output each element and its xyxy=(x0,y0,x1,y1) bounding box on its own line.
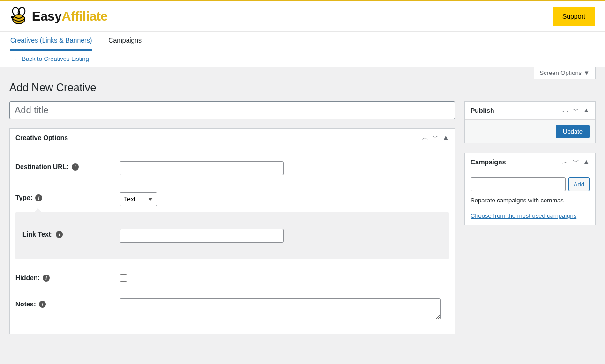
info-icon[interactable]: i xyxy=(43,275,50,282)
toggle-icon[interactable]: ▲ xyxy=(583,158,590,166)
campaigns-heading: Campaigns xyxy=(471,158,506,166)
choose-campaigns-link[interactable]: Choose from the most used campaigns xyxy=(471,212,576,219)
link-text-label: Link Text: i xyxy=(22,229,120,238)
tab-campaigns[interactable]: Campaigns xyxy=(108,32,142,51)
type-label: Type: i xyxy=(15,192,120,201)
move-down-icon[interactable]: ﹀ xyxy=(573,158,579,166)
toggle-icon[interactable]: ▲ xyxy=(442,134,449,142)
update-button[interactable]: Update xyxy=(556,125,590,138)
add-campaign-button[interactable]: Add xyxy=(568,177,590,191)
screen-options-label: Screen Options xyxy=(540,69,582,76)
screen-options-button[interactable]: Screen Options ▼ xyxy=(534,67,596,79)
info-icon[interactable]: i xyxy=(39,301,46,308)
dest-url-input[interactable] xyxy=(120,161,284,175)
publish-box: Publish ︿ ﹀ ▲ Update xyxy=(464,101,596,143)
creative-options-box: Creative Options ︿ ﹀ ▲ Destination URL: … xyxy=(9,128,455,334)
creative-options-heading: Creative Options xyxy=(15,134,68,141)
info-icon[interactable]: i xyxy=(35,194,42,201)
move-up-icon[interactable]: ︿ xyxy=(562,106,569,115)
caret-down-icon: ▼ xyxy=(583,69,590,76)
move-up-icon[interactable]: ︿ xyxy=(422,134,428,142)
type-select[interactable]: Text xyxy=(120,192,157,206)
hidden-label: Hidden: i xyxy=(15,272,120,282)
page-title: Add New Creative xyxy=(9,82,596,94)
notes-label: Notes: i xyxy=(15,298,120,308)
creative-options-header: Creative Options ︿ ﹀ ▲ xyxy=(10,129,455,147)
info-icon[interactable]: i xyxy=(72,163,79,171)
bee-icon xyxy=(10,7,29,26)
move-up-icon[interactable]: ︿ xyxy=(562,158,569,166)
handle-actions: ︿ ﹀ ▲ xyxy=(422,134,449,142)
support-button[interactable]: Support xyxy=(553,7,595,26)
campaigns-box: Campaigns ︿ ﹀ ▲ Add Separate campaigns w… xyxy=(464,153,596,225)
tab-creatives[interactable]: Creatives (Links & Banners) xyxy=(10,32,92,51)
title-input[interactable] xyxy=(9,101,455,119)
logo: EasyAffiliate xyxy=(10,7,108,26)
type-sub-panel: Link Text: i xyxy=(15,212,449,259)
info-icon[interactable]: i xyxy=(56,231,63,238)
dest-url-label: Destination URL: i xyxy=(15,161,120,171)
move-down-icon[interactable]: ﹀ xyxy=(573,106,579,115)
svg-point-2 xyxy=(13,15,25,24)
campaigns-input[interactable] xyxy=(471,177,566,191)
header: EasyAffiliate Support xyxy=(0,1,605,32)
tabs: Creatives (Links & Banners) Campaigns xyxy=(0,32,605,51)
hidden-checkbox[interactable] xyxy=(120,274,127,282)
logo-text: EasyAffiliate xyxy=(32,9,108,24)
link-text-input[interactable] xyxy=(120,229,284,243)
back-bar: ← Back to Creatives Listing xyxy=(0,51,605,67)
toggle-icon[interactable]: ▲ xyxy=(583,106,590,115)
publish-heading: Publish xyxy=(471,107,494,114)
back-link[interactable]: ← Back to Creatives Listing xyxy=(14,55,89,62)
svg-point-3 xyxy=(11,16,14,19)
notes-textarea[interactable] xyxy=(120,298,441,319)
move-down-icon[interactable]: ﹀ xyxy=(432,134,439,142)
campaigns-help-text: Separate campaigns with commas xyxy=(471,197,590,204)
